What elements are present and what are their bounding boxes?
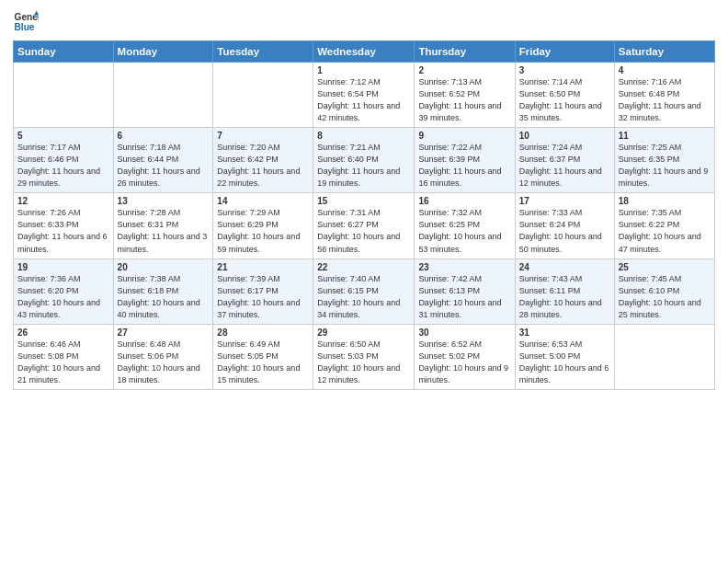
day-cell [14,63,114,128]
logo-icon: General Blue [13,9,39,35]
day-cell: 22Sunrise: 7:40 AMSunset: 6:15 PMDayligh… [313,259,415,324]
day-cell: 19Sunrise: 7:36 AMSunset: 6:20 PMDayligh… [14,259,114,324]
day-info: Sunrise: 7:16 AMSunset: 6:48 PMDaylight:… [619,76,711,124]
day-header-wednesday: Wednesday [313,41,415,63]
day-cell: 6Sunrise: 7:18 AMSunset: 6:44 PMDaylight… [113,128,213,193]
day-cell: 12Sunrise: 7:26 AMSunset: 6:33 PMDayligh… [14,193,114,259]
header: General Blue [13,9,715,35]
day-info: Sunrise: 7:43 AMSunset: 6:11 PMDaylight:… [519,273,610,321]
calendar: SundayMondayTuesdayWednesdayThursdayFrid… [13,40,715,390]
day-number: 16 [418,196,510,206]
day-cell: 24Sunrise: 7:43 AMSunset: 6:11 PMDayligh… [515,259,614,324]
day-number: 20 [118,262,210,272]
day-cell: 8Sunrise: 7:21 AMSunset: 6:40 PMDaylight… [313,128,415,193]
day-info: Sunrise: 7:26 AMSunset: 6:33 PMDaylight:… [17,207,109,255]
day-header-saturday: Saturday [614,41,714,63]
day-info: Sunrise: 7:17 AMSunset: 6:46 PMDaylight:… [17,142,109,190]
day-number: 14 [217,196,309,206]
day-cell: 30Sunrise: 6:52 AMSunset: 5:02 PMDayligh… [415,324,515,389]
day-number: 10 [519,131,610,141]
day-cell: 21Sunrise: 7:39 AMSunset: 6:17 PMDayligh… [213,259,313,324]
day-cell: 7Sunrise: 7:20 AMSunset: 6:42 PMDaylight… [213,128,313,193]
day-info: Sunrise: 7:20 AMSunset: 6:42 PMDaylight:… [217,142,309,190]
day-info: Sunrise: 7:25 AMSunset: 6:35 PMDaylight:… [619,142,711,190]
day-info: Sunrise: 6:52 AMSunset: 5:02 PMDaylight:… [418,339,510,386]
day-number: 24 [519,262,610,272]
day-cell: 26Sunrise: 6:46 AMSunset: 5:08 PMDayligh… [14,324,114,389]
day-cell: 15Sunrise: 7:31 AMSunset: 6:27 PMDayligh… [313,193,415,259]
day-info: Sunrise: 7:38 AMSunset: 6:18 PMDaylight:… [118,273,210,321]
day-info: Sunrise: 7:14 AMSunset: 6:50 PMDaylight:… [519,76,610,124]
day-cell: 16Sunrise: 7:32 AMSunset: 6:25 PMDayligh… [415,193,515,259]
day-info: Sunrise: 7:28 AMSunset: 6:31 PMDaylight:… [118,207,210,255]
day-info: Sunrise: 7:33 AMSunset: 6:24 PMDaylight:… [519,207,610,255]
day-header-thursday: Thursday [415,41,515,63]
week-row-5: 26Sunrise: 6:46 AMSunset: 5:08 PMDayligh… [14,324,715,389]
day-info: Sunrise: 7:24 AMSunset: 6:37 PMDaylight:… [519,142,610,190]
day-cell: 1Sunrise: 7:12 AMSunset: 6:54 PMDaylight… [313,63,415,128]
day-info: Sunrise: 7:45 AMSunset: 6:10 PMDaylight:… [619,273,711,321]
day-info: Sunrise: 6:46 AMSunset: 5:08 PMDaylight:… [17,339,109,386]
week-row-1: 1Sunrise: 7:12 AMSunset: 6:54 PMDaylight… [14,63,715,128]
day-number: 9 [418,131,510,141]
day-cell: 20Sunrise: 7:38 AMSunset: 6:18 PMDayligh… [113,259,213,324]
day-info: Sunrise: 7:31 AMSunset: 6:27 PMDaylight:… [317,207,410,255]
day-number: 2 [418,65,510,75]
day-cell [213,63,313,128]
day-cell: 13Sunrise: 7:28 AMSunset: 6:31 PMDayligh… [113,193,213,259]
day-number: 8 [317,131,410,141]
day-cell: 25Sunrise: 7:45 AMSunset: 6:10 PMDayligh… [614,259,714,324]
day-header-sunday: Sunday [14,41,114,63]
day-cell [614,324,714,389]
day-number: 4 [619,65,711,75]
day-number: 29 [317,327,410,338]
day-number: 13 [118,196,210,206]
day-info: Sunrise: 7:36 AMSunset: 6:20 PMDaylight:… [17,273,109,321]
day-info: Sunrise: 6:53 AMSunset: 5:00 PMDaylight:… [519,339,610,386]
week-row-3: 12Sunrise: 7:26 AMSunset: 6:33 PMDayligh… [14,193,715,259]
day-cell: 31Sunrise: 6:53 AMSunset: 5:00 PMDayligh… [515,324,614,389]
day-number: 17 [519,196,610,206]
day-info: Sunrise: 7:42 AMSunset: 6:13 PMDaylight:… [418,273,510,321]
day-info: Sunrise: 7:13 AMSunset: 6:52 PMDaylight:… [418,76,510,124]
day-number: 30 [418,327,510,338]
day-cell: 9Sunrise: 7:22 AMSunset: 6:39 PMDaylight… [415,128,515,193]
day-number: 19 [17,262,109,272]
day-info: Sunrise: 6:48 AMSunset: 5:06 PMDaylight:… [118,339,210,386]
day-number: 5 [17,131,109,141]
day-cell [113,63,213,128]
day-info: Sunrise: 7:12 AMSunset: 6:54 PMDaylight:… [317,76,410,124]
day-number: 26 [17,327,109,338]
day-info: Sunrise: 6:50 AMSunset: 5:03 PMDaylight:… [317,339,410,386]
day-info: Sunrise: 7:21 AMSunset: 6:40 PMDaylight:… [317,142,410,190]
day-info: Sunrise: 7:22 AMSunset: 6:39 PMDaylight:… [418,142,510,190]
day-info: Sunrise: 7:40 AMSunset: 6:15 PMDaylight:… [317,273,410,321]
day-cell: 28Sunrise: 6:49 AMSunset: 5:05 PMDayligh… [213,324,313,389]
day-cell: 18Sunrise: 7:35 AMSunset: 6:22 PMDayligh… [614,193,714,259]
day-info: Sunrise: 7:39 AMSunset: 6:17 PMDaylight:… [217,273,309,321]
week-row-4: 19Sunrise: 7:36 AMSunset: 6:20 PMDayligh… [14,259,715,324]
day-header-monday: Monday [113,41,213,63]
day-number: 23 [418,262,510,272]
day-cell: 3Sunrise: 7:14 AMSunset: 6:50 PMDaylight… [515,63,614,128]
day-number: 25 [619,262,711,272]
day-number: 18 [619,196,711,206]
day-cell: 2Sunrise: 7:13 AMSunset: 6:52 PMDaylight… [415,63,515,128]
svg-text:Blue: Blue [15,22,35,32]
page: General Blue SundayMondayTuesdayWednesda… [0,0,728,563]
day-number: 22 [317,262,410,272]
day-cell: 10Sunrise: 7:24 AMSunset: 6:37 PMDayligh… [515,128,614,193]
day-info: Sunrise: 7:32 AMSunset: 6:25 PMDaylight:… [418,207,510,255]
day-number: 7 [217,131,309,141]
day-info: Sunrise: 7:35 AMSunset: 6:22 PMDaylight:… [619,207,711,255]
day-header-tuesday: Tuesday [213,41,313,63]
day-number: 21 [217,262,309,272]
day-number: 31 [519,327,610,338]
day-number: 15 [317,196,410,206]
day-number: 28 [217,327,309,338]
day-cell: 17Sunrise: 7:33 AMSunset: 6:24 PMDayligh… [515,193,614,259]
day-cell: 5Sunrise: 7:17 AMSunset: 6:46 PMDaylight… [14,128,114,193]
header-row: SundayMondayTuesdayWednesdayThursdayFrid… [14,41,715,63]
day-cell: 4Sunrise: 7:16 AMSunset: 6:48 PMDaylight… [614,63,714,128]
day-info: Sunrise: 7:29 AMSunset: 6:29 PMDaylight:… [217,207,309,255]
